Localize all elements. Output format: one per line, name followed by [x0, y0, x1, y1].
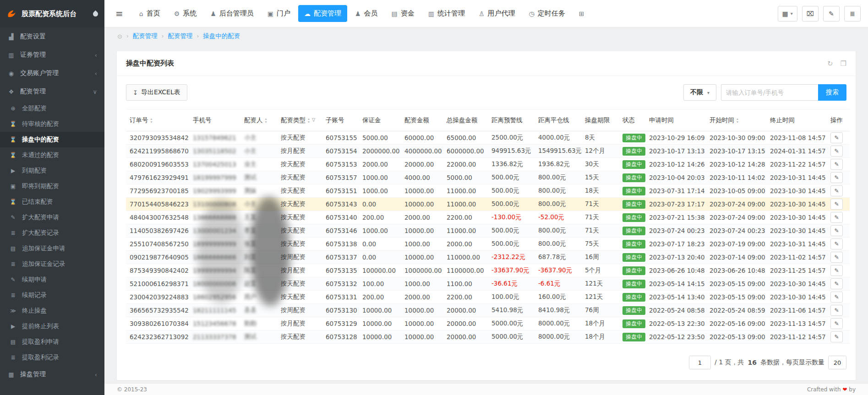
sort-icon[interactable]: ▴▾: [151, 117, 153, 124]
edit-row-button[interactable]: ✎: [830, 146, 843, 157]
bank-icon: ▤: [9, 245, 17, 252]
cell-start: 2023-06-26 10:48: [706, 264, 766, 277]
sidebar-collapse-toggle[interactable]: [92, 10, 99, 17]
topnav-item-tasks[interactable]: ◷定时任务: [523, 5, 571, 22]
edit-row-button[interactable]: ✎: [830, 292, 843, 303]
sidebar-subitem-early-terminate-list[interactable]: ▶提前终止列表: [0, 319, 104, 334]
cell-text: 刘某: [244, 253, 257, 260]
edit-row-button[interactable]: ✎: [830, 278, 843, 289]
cell-text: 16周: [585, 253, 599, 260]
hamburger-menu-icon[interactable]: ≡: [112, 6, 127, 21]
sidebar-item-allocation[interactable]: ❖配资管理∨: [0, 82, 104, 101]
list-icon: ≣: [9, 292, 17, 298]
export-excel-button[interactable]: ↧ 导出EXCEL表: [126, 84, 187, 101]
sidebar-subitem-expiring-soon[interactable]: ▣即将到期配资: [0, 179, 104, 194]
sidebar-subitem-profit-records[interactable]: ≣提取盈利记录: [0, 350, 104, 365]
cell-account: 60753153: [322, 158, 359, 171]
table-row: 77015440584622313100000808小主按天配资60753143…: [126, 198, 850, 211]
edit-row-button[interactable]: ✎: [830, 159, 843, 170]
sidebar-subitem-expired[interactable]: ▶到期配资: [0, 163, 104, 179]
column-header-type[interactable]: 配资类型▴▾∇: [277, 109, 322, 131]
page-size-input[interactable]: [828, 356, 846, 369]
topnav-item-stats[interactable]: ▥统计管理: [422, 5, 471, 22]
topbar-qrcode-button[interactable]: ▦▾: [778, 6, 797, 22]
cell-text: 13700425013: [193, 161, 236, 168]
sidebar-item-securities[interactable]: ▥证券管理‹: [0, 46, 104, 64]
edit-row-button[interactable]: ✎: [830, 199, 843, 210]
sidebar-subitem-margin-apply[interactable]: ▤追加保证金申请: [0, 241, 104, 256]
topnav-item-funds[interactable]: ▤资金: [386, 5, 420, 22]
sidebar-item-accounts[interactable]: ◉交易账户管理‹: [0, 64, 104, 82]
sidebar-subitem-enlarge-records[interactable]: ≣扩大配资记录: [0, 225, 104, 241]
sidebar-item-label: 配资管理: [20, 87, 46, 96]
column-header-name[interactable]: 配资人▴▾: [240, 109, 277, 131]
cell-status: 操盘中: [619, 330, 645, 344]
sidebar-subitem-finished[interactable]: ⌛已结束配资: [0, 194, 104, 210]
topnav-item-system[interactable]: ⚙系统: [168, 5, 203, 22]
sort-icon[interactable]: ▴▾: [265, 117, 267, 124]
refresh-icon[interactable]: ↻: [827, 60, 833, 68]
column-header-content: 总操盘金额: [447, 116, 484, 124]
cell-text: 2023-11-06 14:57: [770, 307, 826, 314]
cell-text: 4000000.00: [404, 147, 442, 155]
edit-row-button[interactable]: ✎: [830, 305, 843, 316]
topbar-trash-button[interactable]: ⌧: [802, 6, 819, 22]
cell-phone: 18199997999: [189, 171, 240, 184]
topnav-item-admin[interactable]: ♟后台管理员: [204, 5, 260, 22]
sidebar-item-trade[interactable]: ▦操盘管理‹: [0, 365, 104, 384]
sidebar-subitem-trading[interactable]: ⌛操盘中的配资: [0, 132, 104, 147]
breadcrumb-item[interactable]: 配资管理: [133, 32, 158, 40]
topbar-compose-button[interactable]: ✎: [823, 6, 840, 22]
column-header-order[interactable]: 订单号▴▾: [126, 109, 189, 131]
search-button[interactable]: 搜索: [818, 84, 846, 101]
sidebar-subitem-profit-apply[interactable]: ▤提取盈利申请: [0, 334, 104, 350]
sidebar-subitem-renew-records[interactable]: ≣续期记录: [0, 287, 104, 303]
filter-icon[interactable]: ∇: [312, 117, 315, 123]
sort-icon[interactable]: ▴▾: [308, 117, 310, 124]
cell-text: 测妹: [244, 187, 257, 194]
sort-icon[interactable]: ▴▾: [737, 117, 738, 124]
sidebar-menu: ▟配资设置▥证券管理‹◉交易账户管理‹❖配资管理∨⊕全部配资⌛待审核的配资⌛操盘…: [0, 27, 104, 384]
topnav-item-allocation[interactable]: ☁配资管理: [298, 5, 347, 22]
cell-end: 2023-11-13 14:57: [766, 317, 827, 330]
cell-op: ✎: [827, 277, 850, 291]
fullscreen-icon[interactable]: ❐: [841, 60, 846, 68]
topnav-item-apps[interactable]: ⊞: [573, 6, 590, 22]
edit-row-button[interactable]: ✎: [830, 172, 843, 183]
topnav-item-members[interactable]: ♟会员: [349, 5, 384, 22]
page-number-input[interactable]: [689, 356, 711, 369]
cell-phone: 18602952956: [189, 291, 240, 304]
sidebar-subitem-rejected[interactable]: ⌛未通过的配资: [0, 147, 104, 163]
sidebar-subitem-pending[interactable]: ⌛待审核的配资: [0, 116, 104, 132]
edit-row-button[interactable]: ✎: [830, 331, 843, 342]
breadcrumb-item[interactable]: 配资管理: [168, 32, 193, 40]
edit-row-button[interactable]: ✎: [830, 318, 843, 329]
breadcrumb-item[interactable]: 操盘中的配资: [203, 32, 240, 40]
cell-apply: 2023-05-14 13:40: [645, 291, 706, 304]
edit-row-button[interactable]: ✎: [830, 265, 843, 276]
edit-row-button[interactable]: ✎: [830, 238, 843, 249]
topbar-columns-button[interactable]: ≣: [844, 6, 861, 22]
edit-row-button[interactable]: ✎: [830, 225, 843, 236]
sidebar-subitem-margin-records[interactable]: ≣追加保证金记录: [0, 256, 104, 272]
column-header-start[interactable]: 开始时间▴▾: [706, 109, 766, 131]
edit-row-button[interactable]: ✎: [830, 185, 843, 196]
filter-dropdown[interactable]: 不限 ▾: [683, 84, 716, 101]
pagination-total-count: 16: [748, 359, 757, 366]
topnav-item-agent[interactable]: ♙用户代理: [473, 5, 521, 22]
sidebar-subitem-enlarge-apply[interactable]: ✎扩大配资申请: [0, 210, 104, 225]
cell-total: 20000.00: [443, 330, 488, 344]
cell-close: 800.00元: [535, 224, 581, 238]
cell-amount: 10000.00: [401, 198, 443, 211]
sidebar-subitem-terminate[interactable]: ≫终止操盘: [0, 303, 104, 319]
search-input[interactable]: [721, 84, 818, 101]
topnav-item-home[interactable]: ⌂首页: [133, 5, 166, 22]
edit-row-button[interactable]: ✎: [830, 132, 843, 143]
edit-row-button[interactable]: ✎: [830, 252, 843, 263]
topnav-item-portal[interactable]: ▣门户: [262, 5, 296, 22]
sidebar-subitem-all[interactable]: ⊕全部配资: [0, 101, 104, 116]
edit-row-button[interactable]: ✎: [830, 212, 843, 223]
pencil-icon: ✎: [9, 214, 17, 221]
sidebar-item-settings[interactable]: ▟配资设置: [0, 27, 104, 46]
sidebar-subitem-renew-apply[interactable]: ✎续期申请: [0, 272, 104, 287]
